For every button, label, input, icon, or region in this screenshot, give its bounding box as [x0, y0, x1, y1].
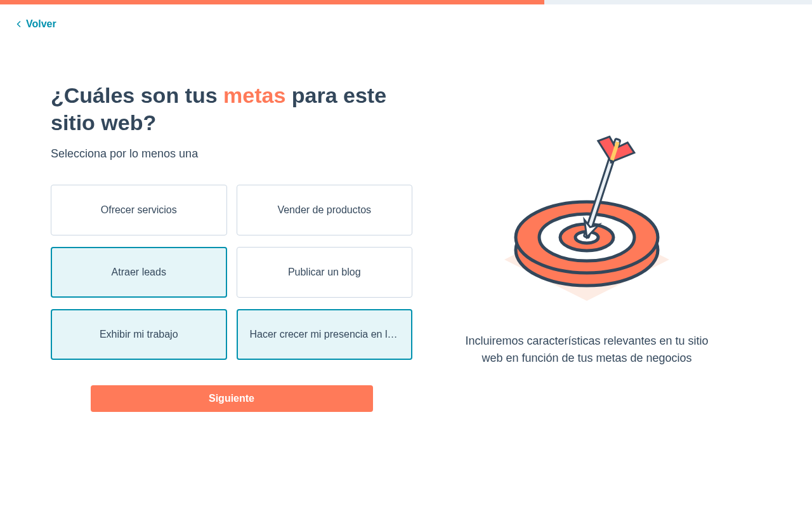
back-link[interactable]: Volver — [0, 4, 72, 44]
subtitle: Selecciona por lo menos una — [51, 147, 412, 161]
option-offer-services[interactable]: Ofrecer servicios — [51, 185, 227, 235]
option-grow-presence[interactable]: Hacer crecer mi presencia en línea — [237, 309, 413, 360]
description: Incluiremos características relevantes e… — [460, 333, 714, 367]
next-button[interactable]: Siguiente — [91, 385, 373, 412]
progress-filled — [0, 0, 544, 4]
target-illustration — [492, 123, 682, 314]
progress-empty — [544, 0, 812, 4]
option-attract-leads[interactable]: Atraer leads — [51, 247, 227, 298]
option-publish-blog[interactable]: Publicar un blog — [237, 247, 413, 298]
option-showcase-work[interactable]: Exhibir mi trabajo — [51, 309, 227, 360]
back-label: Volver — [26, 18, 56, 30]
heading-highlight: metas — [223, 83, 285, 107]
page-heading: ¿Cuáles son tus metas para este sitio we… — [51, 82, 412, 136]
options-grid: Ofrecer servicios Vender de productos At… — [51, 185, 412, 360]
chevron-left-icon — [16, 21, 22, 27]
progress-bar — [0, 0, 812, 4]
option-sell-products[interactable]: Vender de productos — [237, 185, 413, 235]
